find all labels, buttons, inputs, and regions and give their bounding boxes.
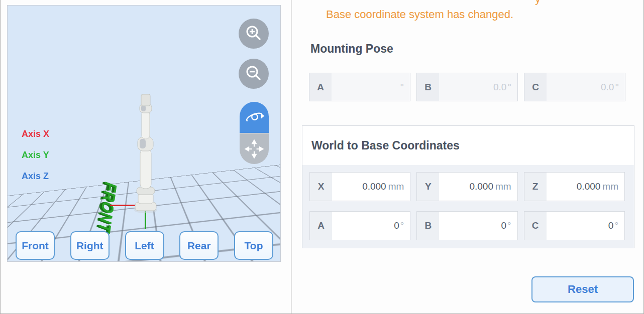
coord-c-value[interactable]: 0°: [547, 212, 624, 240]
coordinate-row-abc: A 0° B 0° C 0°: [309, 211, 625, 240]
mounting-c-value: 0.0°: [547, 73, 625, 101]
mounting-a-field: A °: [309, 73, 410, 101]
view-left-button[interactable]: Left: [125, 231, 164, 260]
world-to-base-body: X 0.000mm Y 0.000mm Z 0.000mm: [302, 165, 634, 248]
coord-a-field[interactable]: A 0°: [309, 211, 410, 240]
3d-viewport[interactable]: FRONT Axis X Axis Y Axis Z: [7, 5, 281, 262]
panel-divider: [291, 0, 292, 314]
field-label: A: [309, 73, 332, 101]
view-front-button[interactable]: Front: [16, 231, 55, 260]
mounting-c-field: C 0.0°: [524, 73, 625, 101]
coord-y-value[interactable]: 0.000mm: [439, 173, 517, 201]
axis-x-label: Axis X: [22, 129, 49, 139]
view-top-button[interactable]: Top: [234, 231, 273, 260]
move-arrows-icon: [244, 139, 264, 159]
mounting-a-value: °: [332, 73, 410, 101]
mounting-b-field: B 0.0°: [416, 73, 518, 101]
reset-button[interactable]: Reset: [531, 276, 634, 302]
coord-a-value[interactable]: 0°: [332, 212, 410, 240]
coord-b-field[interactable]: B 0°: [416, 211, 517, 240]
zoom-out-button[interactable]: [239, 59, 269, 89]
view-rear-button[interactable]: Rear: [179, 231, 219, 260]
coord-x-field[interactable]: X 0.000mm: [309, 172, 410, 201]
world-to-base-title: World to Base Coordinates: [311, 139, 460, 152]
mounting-pose-fields: A ° B 0.0° C 0.0°: [309, 73, 625, 101]
mounting-b-value: 0.0°: [439, 73, 517, 101]
zoom-in-button[interactable]: [239, 19, 269, 49]
robot-arm-model: [123, 94, 168, 216]
coord-b-value[interactable]: 0°: [439, 212, 517, 240]
coord-z-value[interactable]: 0.000mm: [547, 173, 624, 201]
rotate-pan-toggle: [240, 102, 269, 164]
rotate-mode-button[interactable]: [240, 102, 269, 133]
base-changed-notice: Base coordinate system has changed.: [326, 8, 513, 21]
robot-setup-panel: FRONT Axis X Axis Y Axis Z: [0, 0, 644, 314]
field-label: C: [524, 73, 547, 101]
zoom-out-icon: [244, 64, 264, 84]
field-label: B: [417, 73, 439, 101]
world-to-base-section: World to Base Coordinates X 0.000mm Y 0.…: [302, 125, 634, 248]
field-label: Z: [524, 173, 547, 201]
world-to-base-header: World to Base Coordinates: [302, 126, 634, 165]
axis-y-label: Axis Y: [22, 150, 49, 161]
axis-z-label: Axis Z: [22, 171, 49, 182]
field-label: X: [310, 173, 332, 201]
coord-y-field[interactable]: Y 0.000mm: [416, 172, 517, 201]
view-preset-buttons: Front Right Left Rear Top: [16, 231, 273, 260]
field-label: A: [310, 212, 332, 240]
coord-c-field[interactable]: C 0°: [524, 211, 625, 240]
pan-mode-button[interactable]: [240, 133, 269, 164]
orbit-rotate-icon: [244, 107, 265, 128]
field-label: Y: [417, 173, 439, 201]
mounting-pose-title: Mounting Pose: [310, 42, 393, 56]
field-label: B: [417, 212, 439, 240]
clipped-notice-fragment: y: [535, 0, 541, 6]
coordinate-row-xyz: X 0.000mm Y 0.000mm Z 0.000mm: [309, 172, 625, 201]
field-label: C: [524, 212, 547, 240]
coord-z-field[interactable]: Z 0.000mm: [524, 172, 625, 201]
coord-x-value[interactable]: 0.000mm: [332, 173, 410, 201]
view-right-button[interactable]: Right: [70, 231, 110, 260]
zoom-in-icon: [244, 24, 264, 44]
